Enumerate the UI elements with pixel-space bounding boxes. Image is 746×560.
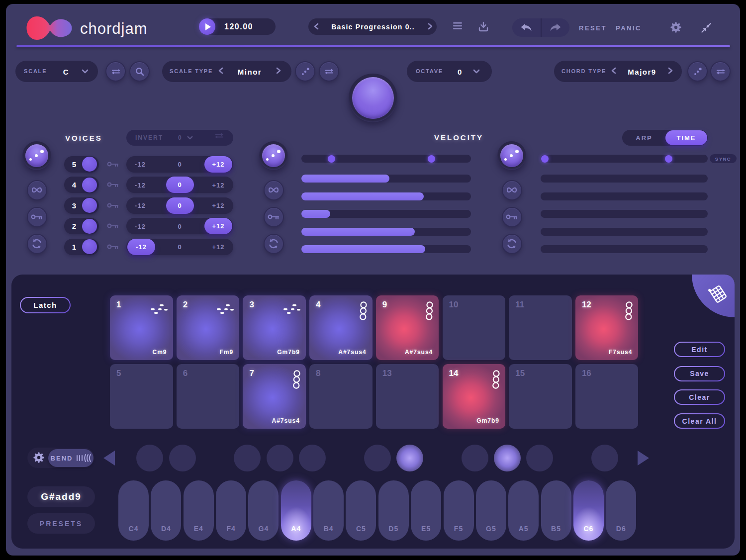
clear-button[interactable]: Clear — [674, 389, 725, 405]
time-range-handle-low[interactable] — [541, 155, 549, 163]
white-key-D4[interactable]: D4 — [151, 480, 181, 541]
bend-gear-icon[interactable] — [33, 452, 45, 464]
velocity-range-handle-low[interactable] — [328, 155, 335, 163]
voices-loop-button[interactable] — [27, 180, 47, 200]
voice-octave-option[interactable]: +12 — [212, 243, 224, 251]
time-range-track[interactable] — [541, 155, 708, 163]
sync-badge[interactable]: SYNC — [710, 154, 737, 163]
pad-11[interactable]: 11 — [509, 295, 572, 361]
white-key-D6[interactable]: D6 — [606, 480, 636, 541]
scale-type-value[interactable]: Minor — [229, 68, 271, 76]
voice-toggle[interactable] — [82, 178, 97, 192]
voice-octave-option[interactable]: -12 — [135, 161, 146, 168]
chord-type-random-button[interactable] — [687, 61, 708, 82]
time-bar[interactable] — [541, 228, 708, 236]
voice-octave-selected[interactable]: +12 — [204, 218, 232, 234]
velocity-bar[interactable] — [301, 175, 471, 183]
voice-key-icon[interactable] — [107, 202, 119, 208]
velocity-keylock-button[interactable] — [264, 207, 284, 227]
gear-icon[interactable] — [670, 21, 682, 33]
pad-1[interactable]: 1Cm9 — [110, 295, 173, 361]
voices-keylock-button[interactable] — [27, 207, 47, 227]
chevron-down-icon[interactable] — [473, 69, 480, 74]
black-key-Cs4[interactable] — [136, 445, 163, 471]
black-key-Fs4[interactable] — [234, 445, 261, 471]
time-tab[interactable]: TIME — [665, 130, 707, 145]
time-keylock-button[interactable] — [502, 207, 522, 227]
clear-all-button[interactable]: Clear All — [674, 413, 725, 429]
black-key-Cs5[interactable] — [364, 445, 391, 471]
pad-9[interactable]: 9A#7sus4 — [376, 295, 439, 361]
latch-button[interactable]: Latch — [20, 297, 71, 313]
black-key-Gs4[interactable] — [267, 445, 293, 471]
tempo-value[interactable]: 120.00 — [211, 22, 266, 31]
voice-octave-option[interactable]: -12 — [135, 181, 146, 188]
time-bar[interactable] — [541, 210, 708, 218]
octave-value[interactable]: 0 — [453, 68, 467, 76]
voice-octave-option[interactable]: 0 — [178, 161, 182, 168]
velocity-bar[interactable] — [301, 245, 471, 253]
invert-value[interactable]: 0 — [178, 134, 183, 141]
voice-key-icon[interactable] — [107, 182, 119, 187]
scale-type-next-button[interactable] — [275, 67, 282, 74]
white-key-F4[interactable]: F4 — [216, 480, 246, 541]
black-key-Fs5[interactable] — [462, 445, 488, 471]
panic-button[interactable]: PANIC — [616, 24, 642, 32]
keyboard-next-button[interactable] — [638, 451, 649, 466]
pad-8[interactable]: 8 — [309, 364, 373, 429]
chord-type-swap-button[interactable] — [710, 61, 731, 82]
voices-random-knob[interactable] — [22, 141, 51, 170]
time-bar[interactable] — [541, 192, 708, 200]
scale-value[interactable]: C — [59, 68, 74, 76]
time-bar[interactable] — [541, 175, 708, 183]
main-knob[interactable] — [349, 74, 397, 122]
time-bar[interactable] — [541, 245, 708, 253]
voice-toggle[interactable] — [82, 198, 97, 213]
velocity-bar[interactable] — [301, 228, 471, 236]
undo-button[interactable] — [512, 18, 541, 37]
voice-octave-selected[interactable]: -12 — [127, 239, 155, 255]
voice-toggle[interactable] — [82, 219, 97, 234]
preset-next-button[interactable] — [426, 22, 435, 31]
time-loop-button[interactable] — [502, 180, 522, 200]
pad-7[interactable]: 7A#7sus4 — [243, 364, 306, 429]
pad-2[interactable]: 2Fm9 — [177, 295, 240, 361]
white-key-D5[interactable]: D5 — [378, 480, 409, 541]
reset-button[interactable]: RESET — [579, 24, 607, 32]
pad-4[interactable]: 4A#7sus4 — [309, 295, 373, 361]
voice-octave-option[interactable]: -12 — [135, 202, 146, 209]
preset-prev-button[interactable] — [312, 22, 321, 31]
white-key-E4[interactable]: E4 — [184, 480, 214, 541]
white-key-C5[interactable]: C5 — [346, 480, 376, 541]
white-key-G4[interactable]: G4 — [248, 480, 279, 541]
voices-retrigger-button[interactable] — [27, 234, 47, 254]
black-key-Cs6[interactable] — [591, 445, 618, 471]
collapse-icon[interactable] — [701, 22, 712, 33]
white-key-C4[interactable]: C4 — [118, 480, 149, 541]
velocity-random-knob[interactable] — [259, 141, 288, 170]
voice-octave-option[interactable]: +12 — [212, 181, 224, 188]
pad-15[interactable]: 15 — [509, 364, 572, 429]
menu-icon[interactable] — [453, 22, 463, 30]
white-key-B5[interactable]: B5 — [541, 480, 571, 541]
scale-type-swap-button[interactable] — [319, 61, 339, 82]
preset-name[interactable]: Basic Progression 0.. — [323, 23, 423, 31]
voice-octave-option[interactable]: 0 — [178, 243, 182, 251]
velocity-retrigger-button[interactable] — [264, 234, 284, 254]
pad-5[interactable]: 5 — [110, 364, 173, 429]
time-range-handle-high[interactable] — [665, 155, 672, 163]
keyboard-prev-button[interactable] — [103, 451, 115, 466]
pad-mode-corner-button[interactable] — [692, 275, 735, 317]
bend-button[interactable]: BEND — [48, 449, 93, 467]
voice-key-icon[interactable] — [107, 223, 119, 229]
voice-key-icon[interactable] — [107, 161, 119, 167]
white-key-C6[interactable]: C6 — [573, 480, 604, 541]
pad-6[interactable]: 6 — [177, 364, 240, 429]
black-key-As5[interactable] — [526, 445, 553, 471]
white-key-E5[interactable]: E5 — [411, 480, 441, 541]
pad-3[interactable]: 3Gm7b9 — [243, 295, 306, 361]
scale-swap-button[interactable] — [105, 61, 126, 82]
velocity-range-track[interactable] — [301, 155, 471, 163]
chord-type-next-button[interactable] — [667, 67, 674, 74]
voice-octave-selected[interactable]: +12 — [204, 156, 232, 173]
